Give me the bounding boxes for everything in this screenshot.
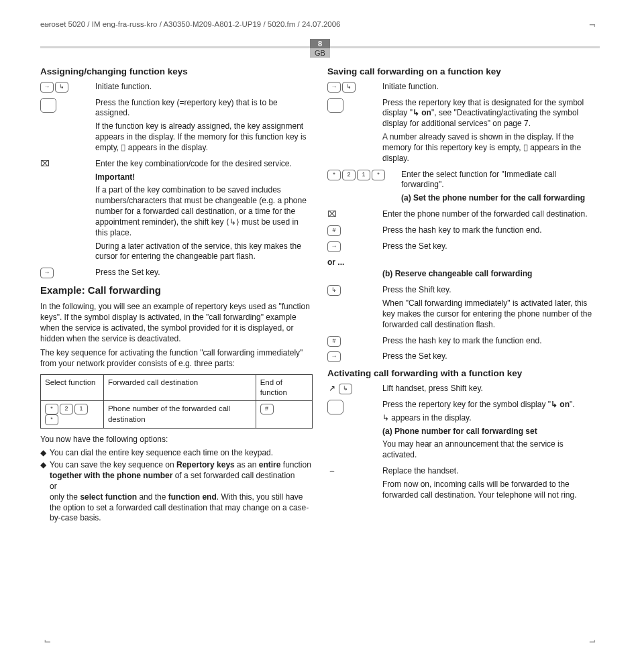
step-text: A number already saved is shown in the d… (382, 132, 600, 164)
step-text: From now on, incoming calls will be forw… (382, 480, 600, 501)
subheading-b: (b) Reserve changeable call forwarding (382, 269, 600, 280)
important-text: If a part of the key combination to be s… (95, 185, 313, 238)
lift-handset-icon: ↗ (327, 384, 337, 394)
bullet-text: You can dial the entire key sequence eac… (50, 448, 313, 459)
set-key-icon: → (327, 82, 341, 93)
step-row: ↳ Press the Shift key. When "Call forwar… (327, 285, 600, 333)
table-header: End of function (256, 374, 312, 400)
keypad-icon: ⌧ (40, 159, 50, 170)
step-row: ⌢ Replace the handset. From now on, inco… (327, 466, 600, 503)
shift-key-icon: ↳ (327, 285, 341, 296)
table-cell: # (256, 401, 312, 429)
step-row: Press the repertory key for the symbol d… (327, 400, 600, 463)
keypad-icon: ⌧ (327, 209, 337, 220)
step-text: Press the hash key to mark the function … (382, 225, 600, 236)
star-key-icon: * (327, 170, 341, 180)
step-row: →↳ Initiate function. (40, 82, 313, 95)
step-row: # Press the hash key to mark the functio… (327, 225, 600, 239)
step-row: ⌧ Enter the phone number of the forwarde… (327, 209, 600, 223)
right-column: Saving call forwarding on a function key… (327, 63, 600, 526)
set-key-icon: → (327, 351, 341, 362)
step-row: → Press the Set key. (327, 351, 600, 365)
step-row: Press the repertory key that is designat… (327, 98, 600, 167)
shift-key-icon: ↳ (339, 384, 352, 394)
set-key-icon: → (40, 82, 54, 93)
digit-key-icon: 2 (342, 170, 356, 180)
crop-mark: ⌐ (589, 19, 596, 32)
step-text: Initiate function. (382, 82, 600, 93)
heading-assigning: Assigning/changing function keys (40, 66, 313, 78)
step-text: Replace the handset. (382, 466, 600, 477)
step-text: Enter the key combination/code for the d… (95, 159, 313, 170)
crop-mark: ⌐ (589, 635, 596, 648)
digit-key-icon: 1 (74, 404, 88, 414)
step-row: *21* Enter the select function for "Imme… (327, 170, 600, 207)
or-separator: or ... (327, 258, 600, 268)
page-header-divider: 8 GB (40, 42, 600, 54)
step-text: Press the Set key. (382, 351, 600, 362)
shift-key-icon: ↳ (55, 82, 68, 93)
star-key-icon: * (45, 404, 58, 414)
star-key-icon: * (372, 170, 385, 180)
replace-handset-icon: ⌢ (327, 466, 337, 477)
step-text: Initiate function. (95, 82, 313, 93)
step-text: Press the function key (=repertory key) … (95, 98, 313, 119)
page-number: 8 (310, 39, 330, 48)
set-key-icon: → (327, 241, 341, 252)
step-text: ↳ appears in the display. (382, 413, 600, 424)
bullet-icon: ◆ (40, 460, 50, 524)
left-column: Assigning/changing function keys →↳ Init… (40, 63, 313, 526)
running-head: euroset 5020 / IM eng-fra-russ-kro / A30… (40, 20, 600, 28)
step-row: → Press the Set key. (40, 268, 313, 281)
table-header: Select function (41, 374, 104, 400)
step-text: You may hear an announcement that the se… (382, 439, 600, 461)
crop-mark: ⌐ (44, 19, 51, 32)
heading-activating: Activating call forwarding with a functi… (327, 368, 600, 380)
digit-key-icon: 2 (60, 404, 73, 414)
step-row: Press the function key (=repertory key) … (40, 98, 313, 156)
subheading-act-a: (a) Phone number for call forwarding set (382, 427, 600, 437)
bullet-text: You can save the key sequence on Reperto… (50, 460, 313, 524)
page-region: GB (310, 48, 330, 58)
important-heading: Important! (95, 172, 313, 183)
shift-key-icon: ↳ (342, 82, 356, 93)
table-header: Forwarded call destination (103, 374, 256, 400)
key-sequence-table: Select function Forwarded call destinati… (40, 374, 313, 429)
digit-key-icon: 1 (357, 170, 370, 180)
step-text: Press the hash key to mark the function … (382, 336, 600, 347)
step-row: ⌧ Enter the key combination/code for the… (40, 159, 313, 265)
step-text: Enter the select function for "Immediate… (401, 170, 600, 191)
step-text: Press the Set key. (95, 268, 313, 278)
step-text: Press the repertory key that is designat… (382, 98, 600, 129)
heading-example: Example: Call forwarding (40, 284, 313, 297)
repertory-key-icon (40, 98, 56, 113)
page-tab: 8 GB (310, 39, 330, 58)
step-text: Press the Shift key. (382, 285, 600, 296)
bullet-item: ◆ You can save the key sequence on Reper… (40, 460, 313, 524)
hash-key-icon: # (327, 225, 341, 236)
important-text: During a later activation of the service… (95, 241, 313, 263)
repertory-key-icon (327, 98, 343, 113)
step-text: Enter the phone number of the forwarded … (382, 209, 600, 220)
step-text: If the function key is already assigned,… (95, 121, 313, 153)
repertory-key-icon (327, 400, 343, 414)
bullet-item: ◆ You can dial the entire key sequence e… (40, 448, 313, 459)
step-row: # Press the hash key to mark the functio… (327, 336, 600, 349)
step-text: When "Call forwarding immediately" is ac… (382, 298, 600, 330)
step-row: → Press the Set key. (327, 241, 600, 255)
table-cell: *21* (41, 401, 104, 429)
example-paragraph: The key sequence for activating the func… (40, 347, 313, 369)
manual-page: ⌐ ⌐ ⌐ ⌐ euroset 5020 / IM eng-fra-russ-k… (0, 0, 640, 672)
table-cell: Phone number of the forwarded call desti… (103, 401, 256, 429)
hash-key-icon: # (327, 336, 341, 347)
hash-key-icon: # (260, 404, 274, 414)
heading-saving: Saving call forwarding on a function key (327, 66, 600, 78)
set-key-icon: → (40, 268, 54, 278)
star-key-icon: * (45, 414, 58, 425)
subheading-a: (a) Set the phone number for the call fo… (401, 193, 600, 204)
step-text: Press the Set key. (382, 241, 600, 252)
step-text: Lift handset, press Shift key. (382, 384, 600, 394)
example-paragraph: In the following, you will see an exampl… (40, 301, 313, 345)
example-paragraph: You now have the following options: (40, 434, 313, 445)
step-row: →↳ Initiate function. (327, 82, 600, 95)
